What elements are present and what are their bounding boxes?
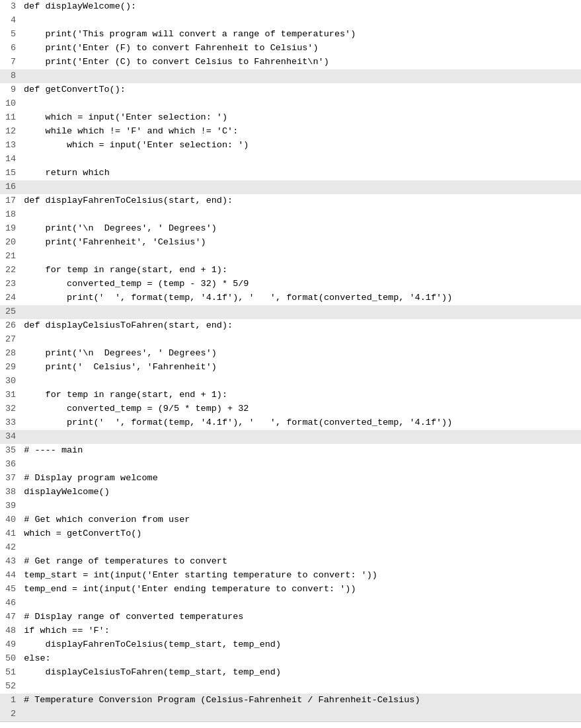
line-number: 19 [0, 222, 24, 236]
code-container: 3def displayWelcome():45 print('This pro… [0, 0, 581, 728]
line-number: 39 [0, 499, 24, 513]
line-content: def displayCelsiusToFahren(start, end): [24, 319, 238, 333]
line-number: 37 [0, 472, 24, 486]
line-number: 49 [0, 638, 24, 652]
line-number: 21 [0, 250, 24, 264]
line-content: converted_temp = (9/5 * temp) + 32 [24, 402, 254, 416]
line-number: 51 [0, 666, 24, 680]
line-content: # Get which converion from user [24, 513, 195, 527]
line-content: while which != 'F' and which != 'C': [24, 125, 243, 139]
line-content: print('\n Degrees', ' Degrees') [24, 347, 222, 361]
line-number: 2 [0, 708, 24, 721]
code-line: 45temp_end = int(input('Enter ending tem… [0, 583, 581, 597]
code-section: 34 [0, 430, 581, 444]
code-section: 8 [0, 69, 581, 83]
code-line: 35# ---- main [0, 444, 581, 458]
line-content: converted_temp = (temp - 32) * 5/9 [24, 277, 254, 291]
code-section: 25 [0, 305, 581, 319]
code-line: 19 print('\n Degrees', ' Degrees') [0, 222, 581, 236]
line-content: # Get range of temperatures to convert [24, 555, 233, 569]
code-line: 38displayWelcome() [0, 486, 581, 499]
code-line: 24 print(' ', format(temp, '4.1f'), ' ',… [0, 291, 581, 305]
code-line: 52 [0, 680, 581, 694]
line-content: displayCelsiusToFahren(temp_start, temp_… [24, 666, 286, 680]
line-number: 34 [0, 430, 24, 444]
line-number: 36 [0, 458, 24, 472]
line-number: 10 [0, 97, 24, 111]
line-content: # Display program welcome [24, 472, 163, 486]
code-line: 31 for temp in range(start, end + 1): [0, 388, 581, 402]
code-line: 23 converted_temp = (temp - 32) * 5/9 [0, 277, 581, 291]
line-content: print('Fahrenheit', 'Celsius') [24, 236, 211, 250]
code-line: 33 print(' ', format(temp, '4.1f'), ' ',… [0, 416, 581, 430]
line-number: 24 [0, 291, 24, 305]
line-number: 9 [0, 83, 24, 97]
line-number: 15 [0, 166, 24, 180]
line-number: 47 [0, 610, 24, 624]
line-number: 3 [0, 0, 24, 14]
line-number: 7 [0, 55, 24, 69]
code-section: 16 [0, 180, 581, 194]
line-number: 26 [0, 319, 24, 333]
line-number: 41 [0, 527, 24, 541]
line-number: 52 [0, 680, 24, 694]
line-number: 29 [0, 361, 24, 375]
line-number: 43 [0, 555, 24, 569]
code-line: 32 converted_temp = (9/5 * temp) + 32 [0, 402, 581, 416]
line-number: 25 [0, 305, 24, 319]
line-number: 44 [0, 569, 24, 583]
code-line: 36 [0, 458, 581, 472]
line-number: 46 [0, 597, 24, 610]
line-content: def displayFahrenToCelsius(start, end): [24, 194, 238, 208]
line-content: which = input('Enter selection: ') [24, 111, 233, 125]
code-line: 21 [0, 250, 581, 264]
code-line: 44temp_start = int(input('Enter starting… [0, 569, 581, 583]
line-content: which = getConvertTo() [24, 527, 147, 541]
line-content: temp_start = int(input('Enter starting t… [24, 569, 383, 583]
line-content: which = input('Enter selection: ') [24, 139, 254, 153]
code-line: 6 print('Enter (F) to convert Fahrenheit… [0, 42, 581, 55]
code-line: 7 print('Enter (C) to convert Celsius to… [0, 55, 581, 69]
line-number: 35 [0, 444, 24, 458]
code-line: 1# Temperature Conversion Program (Celsi… [0, 694, 581, 708]
line-number: 38 [0, 486, 24, 499]
code-block: 3def displayWelcome():45 print('This pro… [0, 0, 581, 721]
code-line: 49 displayFahrenToCelsius(temp_start, te… [0, 638, 581, 652]
code-line: 5 print('This program will convert a ran… [0, 28, 581, 42]
code-line: 46 [0, 597, 581, 610]
line-number: 48 [0, 624, 24, 638]
line-number: 33 [0, 416, 24, 430]
line-number: 16 [0, 180, 24, 194]
line-number: 17 [0, 194, 24, 208]
line-content: else: [24, 652, 56, 666]
line-content: print('Enter (F) to convert Fahrenheit t… [24, 42, 324, 55]
code-line: 43# Get range of temperatures to convert [0, 555, 581, 569]
line-number: 4 [0, 14, 24, 28]
code-section: 1# Temperature Conversion Program (Celsi… [0, 694, 581, 721]
code-line: 50else: [0, 652, 581, 666]
line-number: 40 [0, 513, 24, 527]
line-content: print(' Celsius', 'Fahrenheit') [24, 361, 222, 375]
code-line: 37# Display program welcome [0, 472, 581, 486]
code-line: 12 while which != 'F' and which != 'C': [0, 125, 581, 139]
line-number: 31 [0, 388, 24, 402]
line-number: 1 [0, 694, 24, 708]
line-content: for temp in range(start, end + 1): [24, 388, 233, 402]
code-section: 9def getConvertTo():1011 which = input('… [0, 83, 581, 180]
line-content: print('\n Degrees', ' Degrees') [24, 222, 222, 236]
line-content: # ---- main [24, 444, 88, 458]
code-line: 15 return which [0, 166, 581, 180]
line-content: displayFahrenToCelsius(temp_start, temp_… [24, 638, 286, 652]
code-line: 39 [0, 499, 581, 513]
line-content: for temp in range(start, end + 1): [24, 264, 233, 277]
code-section: 35# ---- main3637# Display program welco… [0, 444, 581, 694]
code-line: 40# Get which converion from user [0, 513, 581, 527]
code-line: 22 for temp in range(start, end + 1): [0, 264, 581, 277]
code-line: 51 displayCelsiusToFahren(temp_start, te… [0, 666, 581, 680]
code-line: 28 print('\n Degrees', ' Degrees') [0, 347, 581, 361]
line-content: if which == 'F': [24, 624, 115, 638]
line-number: 12 [0, 125, 24, 139]
code-line: 26def displayCelsiusToFahren(start, end)… [0, 319, 581, 333]
code-line: 9def getConvertTo(): [0, 83, 581, 97]
line-number: 45 [0, 583, 24, 597]
